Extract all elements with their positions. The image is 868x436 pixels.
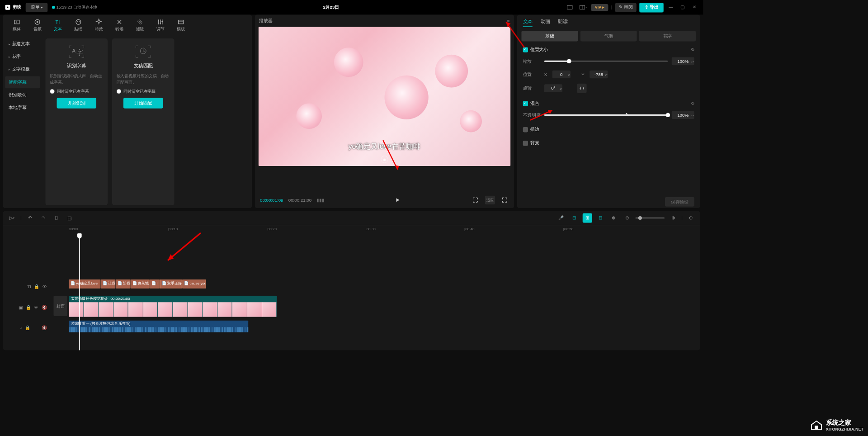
player-menu-icon[interactable]: ≡ <box>507 18 510 23</box>
close-button[interactable]: ✕ <box>690 3 698 11</box>
tab-audio[interactable]: 音频 <box>27 17 47 33</box>
bars-icon[interactable]: ▮▮▮ <box>316 198 324 203</box>
video-preview[interactable]: yo确定又love在苦咖啡 ⊕ <box>259 27 510 166</box>
lock-icon[interactable]: 🔒 <box>34 284 39 289</box>
flip-h-button[interactable] <box>577 84 587 93</box>
start-match-button[interactable]: 开始匹配 <box>123 98 163 108</box>
tab-effects[interactable]: 特效 <box>89 17 109 33</box>
audio-clip[interactable]: 苦咖啡唯一 (郭奇片段·汽水音乐可听) <box>69 321 248 332</box>
prop-tab-anim[interactable]: 动画 <box>541 19 550 27</box>
mute-icon[interactable]: 🔇 <box>42 325 47 330</box>
pos-y-input[interactable]: -788▴▾ <box>590 71 608 79</box>
text-clip[interactable]: 📄 像落地 <box>131 280 149 288</box>
mute-icon[interactable]: 🔇 <box>42 305 47 310</box>
nav-fancy-text[interactable]: ▸花字 <box>5 51 40 63</box>
rotation-input[interactable]: 0°▴▾ <box>544 84 563 92</box>
nav-local-subtitle[interactable]: 本地字幕 <box>5 102 40 114</box>
clear-existing-check[interactable]: 同时清空已有字幕 <box>50 89 103 94</box>
start-recognize-button[interactable]: 开始识别 <box>57 98 96 108</box>
zoom-out[interactable]: ⊖ <box>622 213 632 223</box>
sub-tab-basic[interactable]: 基础 <box>521 31 578 41</box>
scale-slider[interactable] <box>544 61 668 62</box>
sub-tab-fancy[interactable]: 花字 <box>639 31 696 41</box>
current-time: 00:00:01:09 <box>260 198 283 203</box>
text-clip[interactable]: 📄 yo确定又love <box>69 280 100 288</box>
zoom-in[interactable]: ⊕ <box>668 213 678 223</box>
cover-button[interactable]: 封面 <box>53 296 67 316</box>
pos-x-input[interactable]: 0▴▾ <box>552 71 571 79</box>
redo-button[interactable]: ↷ <box>38 213 48 223</box>
tab-text[interactable]: TI文本 <box>47 17 68 33</box>
nav-lyrics[interactable]: 识别歌词 <box>5 89 40 101</box>
status-dot-icon <box>52 6 55 9</box>
svg-rect-34 <box>56 216 57 220</box>
tab-transition[interactable]: 转场 <box>109 17 129 33</box>
layout-icon-1[interactable] <box>565 2 575 13</box>
svg-rect-1 <box>567 5 572 9</box>
center-handle-icon[interactable]: ⊕ <box>381 156 388 163</box>
scale-input[interactable]: 100%▴▾ <box>672 57 694 65</box>
pos-size-checkbox[interactable] <box>523 47 528 52</box>
nav-new-text[interactable]: ▸新建文本 <box>5 38 40 50</box>
zoom-slider[interactable] <box>635 217 665 218</box>
stroke-checkbox[interactable] <box>523 127 528 132</box>
lock-icon[interactable]: 🔒 <box>26 305 31 310</box>
video-clip[interactable]: 实景拍摄粉色樱花花朵00:00:21:00 <box>69 296 277 317</box>
fit-button[interactable]: ⊙ <box>686 213 696 223</box>
prop-tab-text[interactable]: 文本 <box>523 19 533 27</box>
tab-sticker[interactable]: 贴纸 <box>68 17 89 33</box>
svg-text:TI: TI <box>56 19 60 25</box>
svg-point-13 <box>139 21 142 24</box>
fullscreen-icon[interactable] <box>500 196 509 204</box>
sub-tab-bubble[interactable]: 气泡 <box>580 31 637 41</box>
undo-button[interactable]: ↶ <box>25 213 35 223</box>
tab-adjust[interactable]: 调节 <box>150 17 170 33</box>
svg-point-19 <box>161 21 163 22</box>
text-clip[interactable]: 📄 陪我 <box>116 280 130 288</box>
background-checkbox[interactable] <box>523 141 528 146</box>
magnet-tool-1[interactable]: ⊟ <box>569 213 579 223</box>
play-button[interactable] <box>393 196 402 204</box>
tab-filter[interactable]: 滤镜 <box>130 17 150 33</box>
opacity-input[interactable]: 100%▴▾ <box>672 111 694 119</box>
tab-media[interactable]: 媒体 <box>7 17 27 33</box>
card-title: 识别字幕 <box>67 63 86 70</box>
playhead[interactable] <box>79 234 80 351</box>
video-track: ▣ 🔒 👁 🔇 封面 实景拍摄粉色樱花花朵00:00:21:00 <box>3 296 700 319</box>
ratio-button[interactable]: 适应 <box>485 196 495 204</box>
align-tool[interactable]: ⊕ <box>609 213 618 223</box>
review-button[interactable]: ✎ 审阅 <box>615 3 637 12</box>
prop-tab-read[interactable]: 朗读 <box>558 19 567 27</box>
maximize-button[interactable]: ▢ <box>678 3 687 11</box>
text-clip[interactable]: 📄 cause you c <box>182 280 206 288</box>
pointer-tool[interactable]: ▷▾ <box>7 213 17 223</box>
save-preset-button[interactable]: 保存预设 <box>665 197 694 207</box>
subtitle-overlay[interactable]: yo确定又love在苦咖啡 <box>348 142 420 152</box>
reset-icon[interactable]: ↻ <box>691 101 694 106</box>
crop-icon[interactable] <box>471 196 480 204</box>
time-ruler[interactable]: 00:00 |00:10 |00:20 |00:30 |00:40 |00:50 <box>3 225 700 234</box>
menu-button[interactable]: 菜单 ▾ <box>26 3 48 12</box>
split-tool[interactable] <box>52 213 61 223</box>
export-button[interactable]: ⇧ 导出 <box>639 2 663 12</box>
vip-badge[interactable]: VIP ▸ <box>591 4 609 11</box>
reset-icon[interactable]: ↻ <box>691 47 694 52</box>
nav-text-template[interactable]: ▸文字模板 <box>5 63 40 76</box>
clear-existing-check[interactable]: 同时清空已有字幕 <box>117 89 170 94</box>
eye-icon[interactable]: 👁 <box>34 305 38 310</box>
layout-icon-2[interactable]: ▾ <box>578 2 588 13</box>
magnet-tool-2[interactable]: ⊞ <box>583 213 592 223</box>
nav-smart-subtitle[interactable]: 智能字幕 <box>5 76 40 88</box>
eye-icon[interactable]: 👁 <box>42 284 47 289</box>
lock-icon[interactable]: 🔒 <box>25 325 30 330</box>
mic-icon[interactable]: 🎤 <box>556 213 566 223</box>
magnet-tool-3[interactable]: ⊟ <box>596 213 605 223</box>
minimize-button[interactable]: — <box>666 3 675 11</box>
blend-checkbox[interactable] <box>523 101 528 106</box>
text-clip[interactable]: 📄 i <box>149 280 160 288</box>
tab-template[interactable]: 模板 <box>170 17 191 33</box>
text-clip[interactable]: 📄 让我 <box>101 280 115 288</box>
delete-tool[interactable] <box>65 213 74 223</box>
opacity-slider[interactable] <box>544 114 668 116</box>
text-clip[interactable]: 📄 双手正好 <box>160 280 182 288</box>
